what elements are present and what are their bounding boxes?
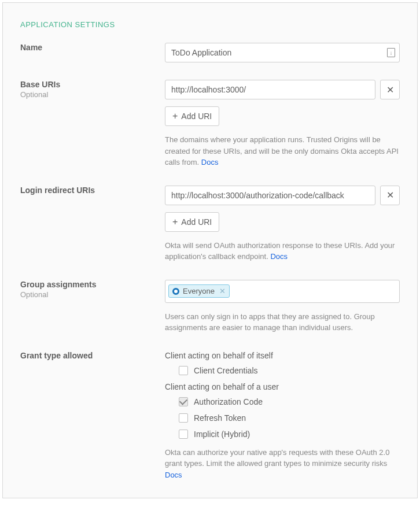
- checkbox-client-credentials[interactable]: [179, 366, 188, 375]
- group-icon: [172, 288, 179, 295]
- name-input[interactable]: [165, 43, 400, 62]
- row-grant-type: Grant type allowed Client acting on beha…: [20, 351, 400, 481]
- close-icon: ✕: [386, 84, 394, 95]
- add-login-redirect-button[interactable]: + Add URI: [165, 212, 219, 232]
- client-credentials-label: Client Credentials: [194, 366, 258, 375]
- base-uris-help: The domains where your application runs.…: [165, 134, 400, 168]
- grant-help: Okta can authorize your native app's req…: [165, 447, 400, 481]
- close-icon: ✕: [386, 190, 394, 201]
- row-base-uris: Base URIs Optional ✕ + Add URI The domai…: [20, 80, 400, 168]
- remove-base-uri-button[interactable]: ✕: [380, 80, 400, 99]
- implicit-label: Implicit (Hybrid): [194, 430, 250, 439]
- row-name: Name ↓: [20, 43, 400, 62]
- base-uri-input[interactable]: [165, 80, 375, 99]
- plus-icon: +: [172, 112, 178, 121]
- grant-user-heading: Client acting on behalf of a user: [165, 382, 400, 391]
- group-help: Users can only sign in to apps that they…: [165, 311, 400, 334]
- login-redirect-input[interactable]: [165, 186, 375, 205]
- row-group-assignments: Group assignments Optional Everyone ✕ Us…: [20, 280, 400, 334]
- login-redirect-docs-link[interactable]: Docs: [270, 252, 288, 261]
- remove-login-redirect-button[interactable]: ✕: [380, 186, 400, 205]
- grant-self-heading: Client acting on behalf of itself: [165, 351, 400, 360]
- group-input[interactable]: Everyone ✕: [165, 280, 400, 303]
- grant-label: Grant type allowed: [20, 351, 165, 360]
- checkbox-refresh-token[interactable]: [179, 413, 188, 423]
- group-optional: Optional: [20, 290, 165, 299]
- login-redirect-help: Okta will send OAuth authorization respo…: [165, 240, 400, 262]
- checkbox-authorization-code[interactable]: [179, 397, 188, 406]
- authorization-code-label: Authorization Code: [194, 397, 263, 406]
- group-tag-everyone: Everyone ✕: [168, 284, 230, 298]
- name-label: Name: [20, 43, 165, 52]
- footer: Previous Cancel Done: [0, 498, 420, 507]
- remove-group-tag[interactable]: ✕: [219, 287, 226, 295]
- refresh-token-label: Refresh Token: [194, 413, 246, 423]
- section-title: APPLICATION SETTINGS: [20, 20, 400, 29]
- add-uri-label: Add URI: [181, 217, 212, 227]
- group-tag-label: Everyone: [183, 287, 215, 295]
- row-login-redirect: Login redirect URIs ✕ + Add URI Okta wil…: [20, 186, 400, 262]
- base-uris-optional: Optional: [20, 90, 165, 99]
- add-uri-label: Add URI: [181, 112, 212, 121]
- base-uris-docs-link[interactable]: Docs: [201, 158, 219, 166]
- settings-panel: APPLICATION SETTINGS Name ↓ Base URIs Op…: [2, 2, 418, 498]
- login-redirect-label: Login redirect URIs: [20, 186, 165, 195]
- add-base-uri-button[interactable]: + Add URI: [165, 106, 219, 126]
- checkbox-implicit[interactable]: [179, 430, 188, 439]
- plus-icon: +: [172, 217, 178, 227]
- base-uris-label: Base URIs: [20, 80, 165, 89]
- grant-docs-link[interactable]: Docs: [165, 471, 182, 479]
- group-label: Group assignments: [20, 280, 165, 289]
